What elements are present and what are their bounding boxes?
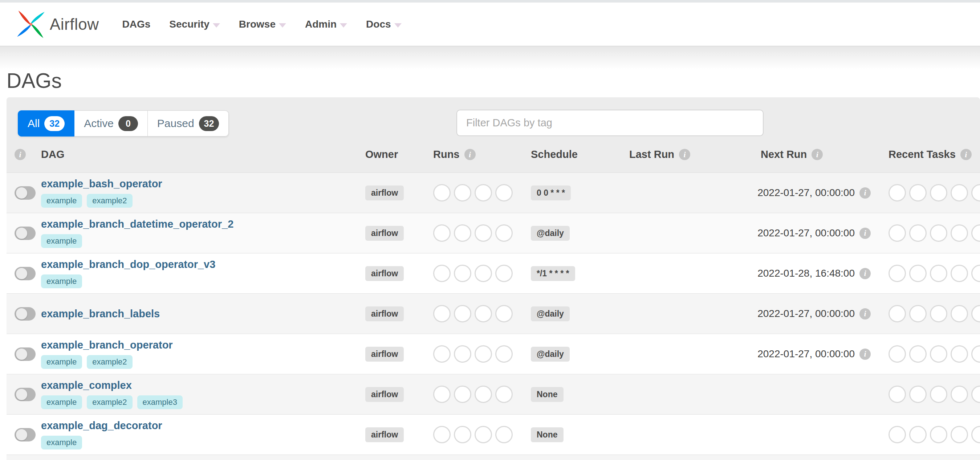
recent-task-circle[interactable] — [909, 184, 927, 202]
recent-task-circle[interactable] — [909, 426, 927, 443]
recent-task-circle[interactable] — [888, 224, 906, 242]
dag-link[interactable]: example_dag_decorator — [41, 420, 162, 432]
recent-task-circle[interactable] — [930, 184, 947, 202]
run-status-circle[interactable] — [454, 305, 471, 322]
cell-last-run — [620, 415, 748, 455]
recent-task-circle[interactable] — [971, 265, 980, 282]
recent-task-circle[interactable] — [930, 224, 947, 242]
dag-tag[interactable]: example — [41, 274, 82, 288]
recent-task-circle[interactable] — [888, 265, 906, 282]
tab-active[interactable]: Active0 — [75, 110, 148, 137]
recent-task-circle[interactable] — [951, 426, 968, 443]
dag-cell: example_branch_operatorexampleexample2 — [41, 339, 173, 369]
dag-link[interactable]: example_complex — [41, 379, 132, 392]
recent-task-circle[interactable] — [951, 265, 968, 282]
run-status-circle[interactable] — [454, 345, 471, 363]
run-status-circle[interactable] — [433, 345, 450, 363]
dag-link[interactable]: example_branch_labels — [41, 308, 160, 320]
run-status-circle[interactable] — [433, 426, 450, 443]
recent-task-circle[interactable] — [951, 305, 968, 322]
dag-link[interactable]: example_bash_operator — [41, 178, 162, 190]
run-status-circle[interactable] — [474, 345, 492, 363]
run-status-circle[interactable] — [433, 224, 450, 242]
run-status-circle[interactable] — [454, 426, 471, 443]
run-status-circle[interactable] — [474, 305, 492, 322]
recent-task-circle[interactable] — [888, 426, 906, 443]
run-status-circle[interactable] — [454, 224, 471, 242]
recent-task-circle[interactable] — [951, 345, 968, 363]
recent-task-circle[interactable] — [909, 224, 927, 242]
run-status-circle[interactable] — [454, 265, 471, 282]
recent-task-circle[interactable] — [888, 385, 906, 403]
run-status-circle[interactable] — [474, 224, 492, 242]
run-status-circle[interactable] — [495, 265, 513, 282]
dag-tag[interactable]: example — [41, 436, 82, 449]
run-status-circle[interactable] — [495, 385, 513, 403]
run-status-circle[interactable] — [474, 265, 492, 282]
recent-task-circle[interactable] — [930, 305, 947, 322]
run-status-circle[interactable] — [433, 265, 450, 282]
recent-task-circle[interactable] — [971, 345, 980, 363]
run-status-circle[interactable] — [495, 184, 513, 202]
dag-link[interactable]: example_branch_datetime_operator_2 — [41, 218, 234, 230]
recent-task-circle[interactable] — [971, 385, 980, 403]
pause-toggle[interactable] — [14, 267, 36, 280]
tag-filter-input[interactable] — [457, 110, 764, 136]
dag-tag[interactable]: example2 — [87, 395, 132, 409]
pause-toggle[interactable] — [14, 186, 36, 200]
recent-task-circle[interactable] — [909, 345, 927, 363]
recent-task-circle[interactable] — [971, 305, 980, 322]
tab-paused[interactable]: Paused32 — [148, 110, 229, 137]
recent-task-circle[interactable] — [888, 184, 906, 202]
tab-all[interactable]: All32 — [18, 110, 75, 137]
run-status-circle[interactable] — [495, 426, 513, 443]
dag-link[interactable]: example_branch_dop_operator_v3 — [41, 258, 215, 271]
recent-task-circle[interactable] — [971, 426, 980, 443]
recent-task-circle[interactable] — [951, 184, 968, 202]
recent-task-circle[interactable] — [930, 426, 947, 443]
dag-tag[interactable]: example — [41, 194, 82, 208]
nav-item-security[interactable]: Security — [160, 13, 229, 35]
recent-task-circle[interactable] — [909, 305, 927, 322]
recent-task-circle[interactable] — [888, 305, 906, 322]
run-status-circle[interactable] — [454, 184, 471, 202]
run-status-circle[interactable] — [433, 184, 450, 202]
pause-toggle[interactable] — [14, 226, 36, 240]
recent-task-circle[interactable] — [951, 224, 968, 242]
schedule-badge: 0 0 * * * — [531, 186, 571, 201]
dag-link[interactable]: example_branch_operator — [41, 339, 173, 351]
run-status-circle[interactable] — [495, 305, 513, 322]
nav-item-admin[interactable]: Admin — [296, 13, 356, 35]
run-status-circle[interactable] — [495, 224, 513, 242]
recent-task-circle[interactable] — [909, 385, 927, 403]
recent-task-circle[interactable] — [951, 385, 968, 403]
recent-task-circle[interactable] — [888, 345, 906, 363]
dag-tag[interactable]: example3 — [137, 395, 183, 409]
run-status-circle[interactable] — [474, 385, 492, 403]
pause-toggle[interactable] — [14, 307, 36, 321]
recent-task-circle[interactable] — [930, 385, 947, 403]
recent-task-circle[interactable] — [930, 265, 947, 282]
run-status-circle[interactable] — [433, 385, 450, 403]
dag-tag[interactable]: example — [41, 234, 82, 248]
run-status-circle[interactable] — [474, 426, 492, 443]
recent-task-circle[interactable] — [909, 265, 927, 282]
recent-task-circle[interactable] — [971, 224, 980, 242]
run-status-circle[interactable] — [433, 305, 450, 322]
recent-task-circle[interactable] — [971, 184, 980, 202]
run-status-circle[interactable] — [474, 184, 492, 202]
dag-tag[interactable]: example — [41, 395, 82, 409]
brand-link[interactable]: Airflow — [16, 8, 99, 41]
nav-item-browse[interactable]: Browse — [229, 13, 296, 35]
nav-item-docs[interactable]: Docs — [356, 13, 410, 35]
dag-tag[interactable]: example2 — [87, 355, 132, 369]
pause-toggle[interactable] — [14, 428, 36, 441]
pause-toggle[interactable] — [14, 347, 36, 361]
nav-item-dags[interactable]: DAGs — [113, 13, 160, 35]
dag-tag[interactable]: example — [41, 355, 82, 369]
dag-tag[interactable]: example2 — [87, 194, 132, 208]
run-status-circle[interactable] — [495, 345, 513, 363]
pause-toggle[interactable] — [14, 388, 36, 401]
recent-task-circle[interactable] — [930, 345, 947, 363]
run-status-circle[interactable] — [454, 385, 471, 403]
